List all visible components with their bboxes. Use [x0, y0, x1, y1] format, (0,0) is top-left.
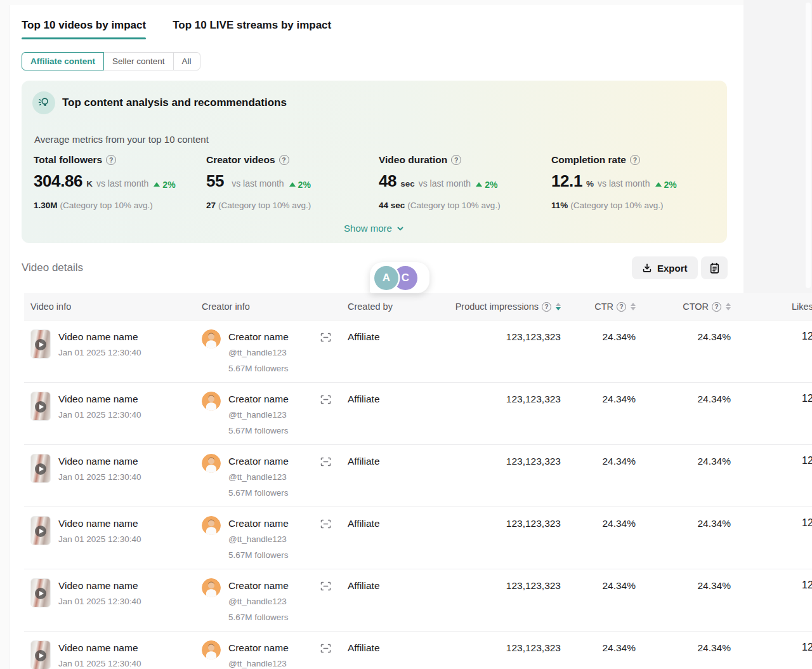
help-icon[interactable]: ?: [617, 302, 626, 312]
video-name[interactable]: Video name name: [58, 517, 141, 530]
filter-seller-content[interactable]: Seller content: [103, 52, 174, 70]
metric-vs-label: vs last month: [232, 178, 284, 189]
creator-handle: @tt_handle123: [228, 533, 289, 546]
video-date: Jan 01 2025 12:30:40: [58, 409, 141, 421]
benchmark-note: (Category top 10% avg.): [570, 201, 663, 210]
table-row: Video name name Jan 01 2025 12:30:40 Cre…: [24, 383, 812, 445]
creator-followers: 5.67M followers: [228, 549, 289, 562]
video-name[interactable]: Video name name: [58, 331, 141, 343]
help-icon[interactable]: ?: [712, 302, 721, 312]
column-likes[interactable]: Likes ?: [731, 301, 812, 312]
video-thumbnail[interactable]: [30, 640, 51, 669]
creator-name[interactable]: Creator name: [228, 580, 289, 592]
creator-info-cell: Creator name @tt_handle123 5.67M followe…: [202, 580, 348, 624]
benchmark-value: 1.30M: [34, 201, 58, 210]
creator-avatar[interactable]: [202, 516, 221, 535]
metric-video-duration: Video duration? 48 sec vs last month 2% …: [379, 154, 551, 210]
creator-avatar[interactable]: [202, 454, 221, 473]
benchmark-note: (Category top 10% avg.): [407, 201, 500, 210]
product-impressions-cell: 123,123,323: [449, 642, 561, 654]
product-impressions-cell: 123,123,323: [449, 455, 561, 468]
benchmark-note: (Category top 10% avg.): [60, 201, 153, 210]
help-icon[interactable]: ?: [106, 155, 116, 165]
ctr-value: 24.34%: [602, 393, 636, 406]
video-info-cell: Video name name Jan 01 2025 12:30:40: [30, 331, 202, 359]
video-name[interactable]: Video name name: [58, 642, 141, 654]
scan-icon[interactable]: [320, 519, 331, 529]
help-icon[interactable]: ?: [451, 155, 461, 165]
column-product-impressions[interactable]: Product impressions ?: [449, 301, 561, 312]
sort-icon[interactable]: [726, 303, 731, 310]
creator-followers: 5.67M followers: [228, 611, 289, 624]
avatar[interactable]: A: [374, 266, 398, 290]
collab-avatar-bubble: A C: [370, 262, 429, 293]
tab-top-videos[interactable]: Top 10 videos by impact: [22, 19, 146, 39]
creator-name[interactable]: Creator name: [228, 455, 289, 468]
column-label: Likes: [792, 301, 812, 312]
creator-avatar[interactable]: [202, 329, 221, 348]
scan-icon[interactable]: [320, 457, 331, 467]
video-thumbnail[interactable]: [30, 516, 51, 545]
creator-avatar[interactable]: [202, 392, 221, 411]
scan-icon[interactable]: [320, 581, 331, 591]
creator-name[interactable]: Creator name: [228, 517, 289, 530]
created-by-cell: Affiliate: [348, 331, 449, 343]
analysis-panel: Top content analysis and recommendations…: [22, 81, 727, 243]
filter-all[interactable]: All: [173, 52, 200, 70]
help-icon[interactable]: ?: [630, 155, 640, 165]
video-thumbnail[interactable]: [30, 578, 51, 607]
product-impressions-value: 123,123,323: [506, 517, 561, 530]
export-button[interactable]: Export: [632, 256, 698, 279]
scan-icon[interactable]: [320, 333, 331, 342]
ctor-value: 24.34%: [697, 331, 731, 343]
delta-up-icon: [655, 182, 662, 187]
vertical-scrollbar[interactable]: [806, 3, 811, 288]
column-video-info: Video info: [30, 301, 202, 312]
column-creator-info: Creator info: [202, 301, 348, 312]
video-details-table: Video info Creator info Created by Produ…: [24, 293, 812, 669]
help-icon[interactable]: ?: [542, 302, 551, 312]
metric-unit: K: [86, 179, 93, 189]
creator-handle: @tt_handle123: [228, 658, 289, 669]
video-thumbnail[interactable]: [30, 454, 51, 483]
show-more-link[interactable]: Show more: [344, 223, 405, 234]
ctor-value: 24.34%: [697, 580, 731, 592]
help-icon[interactable]: ?: [279, 155, 289, 165]
ctr-cell: 24.34%: [561, 331, 636, 343]
column-label: Product impressions: [455, 301, 539, 312]
video-name[interactable]: Video name name: [58, 455, 141, 468]
table-header: Video info Creator info Created by Produ…: [24, 293, 812, 321]
creator-avatar[interactable]: [202, 578, 221, 597]
report-button[interactable]: [701, 256, 728, 279]
video-name[interactable]: Video name name: [58, 393, 141, 406]
video-name[interactable]: Video name name: [58, 580, 141, 592]
sort-icon[interactable]: [556, 303, 561, 310]
metric-value: 304.86: [34, 171, 82, 191]
metric-vs-label: vs last month: [419, 178, 471, 189]
sort-icon[interactable]: [631, 303, 636, 310]
ctor-cell: 24.34%: [636, 642, 731, 654]
creator-name[interactable]: Creator name: [228, 642, 289, 654]
benchmark-value: 27: [206, 201, 216, 210]
metric-label: Creator videos: [206, 154, 275, 166]
video-date: Jan 01 2025 12:30:40: [58, 595, 141, 608]
creator-info-cell: Creator name @tt_handle123 5.67M followe…: [202, 642, 348, 669]
creator-name[interactable]: Creator name: [228, 331, 289, 343]
video-thumbnail[interactable]: [30, 329, 51, 359]
column-ctr[interactable]: CTR ?: [561, 301, 636, 312]
scan-icon[interactable]: [320, 644, 331, 653]
tab-top-live-streams[interactable]: Top 10 LIVE streams by impact: [173, 19, 331, 39]
scan-icon[interactable]: [320, 395, 331, 404]
benchmark-note: (Category top 10% avg.): [218, 201, 311, 210]
creator-handle: @tt_handle123: [228, 347, 289, 359]
product-impressions-cell: 123,123,323: [449, 517, 561, 530]
creator-avatar[interactable]: [202, 640, 221, 659]
ctr-cell: 24.34%: [561, 642, 636, 654]
column-ctor[interactable]: CTOR ?: [636, 301, 731, 312]
creator-info-cell: Creator name @tt_handle123 5.67M followe…: [202, 517, 348, 562]
video-date: Jan 01 2025 12:30:40: [58, 658, 141, 669]
creator-name[interactable]: Creator name: [228, 393, 289, 406]
video-thumbnail[interactable]: [30, 392, 51, 421]
filter-affiliate-content[interactable]: Affiliate content: [22, 52, 104, 70]
ctor-cell: 24.34%: [636, 517, 731, 530]
